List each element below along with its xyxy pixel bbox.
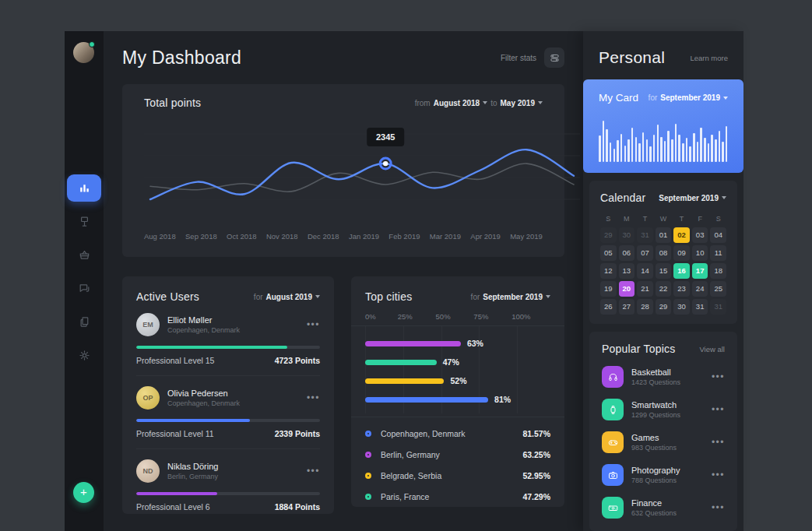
more-options-icon[interactable]: •••: [712, 438, 725, 446]
user-level: Professional Level 11: [136, 429, 214, 438]
x-axis-label: Apr 2019: [470, 232, 501, 241]
calendar-day[interactable]: 12: [600, 263, 617, 279]
online-status-dot: [89, 41, 95, 47]
my-card[interactable]: My Card for September 2019: [583, 79, 743, 173]
line-chart-svg: 2345: [144, 111, 580, 227]
caret-down-icon: [315, 295, 320, 298]
top-cities-period-dropdown[interactable]: September 2019: [483, 293, 550, 301]
calendar-day[interactable]: 18: [710, 263, 726, 279]
weekday-letter: T: [673, 213, 690, 225]
calendar-card: Calendar September 2019 SMTWTFS293031010…: [589, 181, 737, 324]
activity-bar: [620, 134, 623, 162]
calendar-day[interactable]: 20: [619, 281, 635, 297]
top-cities-card: Top cities for September 2019 0%25%50%75…: [351, 276, 564, 507]
smartwatch-icon: [602, 399, 624, 420]
calendar-day[interactable]: 31: [637, 227, 653, 243]
calendar-day[interactable]: 31: [692, 299, 708, 315]
x-axis-label: Sep 2018: [185, 232, 217, 241]
calendar-day[interactable]: 08: [656, 245, 672, 261]
calendar-day[interactable]: 22: [656, 281, 672, 297]
more-options-icon[interactable]: •••: [712, 471, 725, 479]
sidebar-item-settings[interactable]: [67, 342, 101, 369]
calendar-day[interactable]: 30: [673, 299, 690, 315]
highlight-point: [383, 161, 388, 166]
learn-more-link[interactable]: Learn more: [690, 54, 728, 62]
sidebar-item-dashboard[interactable]: [67, 174, 101, 202]
add-button[interactable]: +: [73, 482, 94, 503]
calendar-day[interactable]: 14: [637, 263, 653, 279]
calendar-day[interactable]: 01: [656, 227, 672, 243]
calendar-day[interactable]: 06: [619, 245, 635, 261]
calendar-day[interactable]: 30: [619, 227, 635, 243]
sidebar-item-shop[interactable]: [67, 241, 101, 269]
weekday-letter: T: [637, 213, 653, 225]
for-label: for: [649, 93, 658, 102]
city-bar[interactable]: [365, 378, 444, 384]
topic-row[interactable]: Smartwatch 1299 Questions •••: [602, 399, 725, 420]
total-points-line-chart[interactable]: 2345: [144, 111, 543, 230]
topic-row[interactable]: Photography 788 Questions •••: [602, 464, 725, 486]
city-bar-row: 47%: [365, 353, 550, 371]
calendar-day[interactable]: 24: [692, 281, 708, 297]
from-label: from: [415, 99, 431, 107]
activity-bar: [638, 143, 641, 162]
calendar-day[interactable]: 04: [710, 227, 726, 243]
calendar-day[interactable]: 03: [692, 227, 708, 243]
calendar-day[interactable]: 10: [692, 245, 708, 261]
calendar-day[interactable]: 29: [600, 227, 617, 243]
user-avatar[interactable]: [73, 42, 94, 63]
calendar-period-dropdown[interactable]: September 2019: [659, 194, 726, 202]
more-options-icon[interactable]: •••: [307, 394, 320, 402]
city-bar[interactable]: [365, 360, 437, 365]
more-options-icon[interactable]: •••: [307, 321, 320, 329]
for-label: for: [254, 293, 263, 301]
calendar-day[interactable]: 11: [710, 245, 726, 261]
from-date-dropdown[interactable]: August 2018: [434, 99, 487, 107]
sidebar-item-documents[interactable]: [67, 308, 101, 336]
basket-icon: [78, 248, 91, 262]
more-options-icon[interactable]: •••: [307, 467, 320, 475]
topic-row[interactable]: Games 983 Questions •••: [602, 431, 725, 453]
chat-icon: [78, 282, 91, 295]
calendar-day[interactable]: 25: [710, 281, 726, 297]
filter-stats-button[interactable]: [544, 47, 564, 68]
view-all-link[interactable]: View all: [699, 345, 725, 353]
main-header: My Dashboard Filter stats: [122, 31, 564, 84]
calendar-day[interactable]: 23: [673, 281, 690, 297]
city-bar-value: 63%: [467, 339, 483, 348]
sidebar-item-messages[interactable]: [67, 275, 101, 302]
city-bar[interactable]: [365, 341, 461, 346]
calendar-day[interactable]: 05: [600, 245, 617, 261]
popular-topics-title: Popular Topics: [602, 343, 675, 355]
to-date-dropdown[interactable]: May 2019: [501, 99, 543, 107]
calendar-day[interactable]: 21: [637, 281, 653, 297]
calendar-day[interactable]: 16: [673, 263, 690, 279]
calendar-day[interactable]: 17: [692, 263, 708, 279]
topic-row[interactable]: Basketball 1423 Questions •••: [602, 366, 725, 388]
more-options-icon[interactable]: •••: [712, 504, 725, 512]
calendar-day[interactable]: 13: [619, 263, 635, 279]
my-card-period-dropdown[interactable]: September 2019: [660, 93, 728, 102]
calendar-day[interactable]: 09: [673, 245, 690, 261]
calendar-day[interactable]: 26: [600, 299, 617, 315]
user-name: Niklas Döring: [167, 462, 218, 471]
calendar-day[interactable]: 15: [656, 263, 672, 279]
calendar-day[interactable]: 19: [600, 281, 617, 297]
topic-row[interactable]: Finance 632 Questions •••: [602, 497, 725, 519]
more-options-icon[interactable]: •••: [712, 406, 725, 413]
active-users-period-dropdown[interactable]: August 2019: [266, 293, 320, 301]
more-options-icon[interactable]: •••: [712, 373, 725, 381]
sidebar-item-milestones[interactable]: [67, 208, 101, 235]
calendar-day[interactable]: 27: [619, 299, 635, 315]
level-progress-bar: [136, 419, 320, 422]
calendar-day[interactable]: 02: [673, 227, 690, 243]
calendar-day[interactable]: 28: [637, 299, 653, 315]
axis-tick: 25%: [398, 312, 413, 321]
calendar-day[interactable]: 07: [637, 245, 653, 261]
activity-bar: [671, 139, 673, 162]
calendar-day[interactable]: 29: [656, 299, 672, 315]
city-bar-row: 81%: [365, 390, 550, 409]
city-bar[interactable]: [365, 397, 488, 403]
calendar-day[interactable]: 31: [710, 299, 726, 315]
activity-bar: [660, 137, 663, 162]
